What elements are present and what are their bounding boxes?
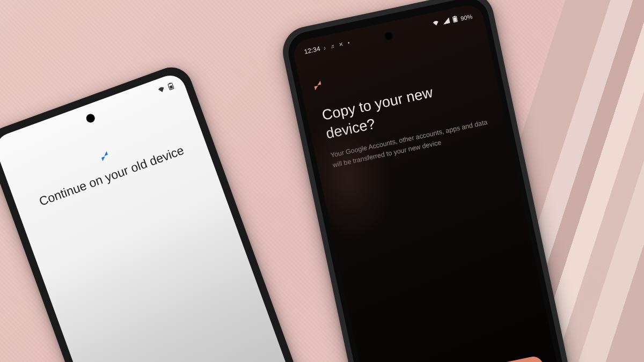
svg-rect-1	[169, 83, 171, 84]
old-device-title: Continue on your old device	[31, 141, 193, 211]
svg-rect-2	[170, 85, 173, 89]
status-time: 12:34	[304, 45, 321, 56]
wifi-icon	[431, 19, 441, 28]
transfer-icon	[315, 81, 320, 90]
svg-rect-4	[453, 16, 455, 17]
wifi-icon	[157, 85, 167, 95]
copy-button[interactable]: Copy	[496, 354, 545, 362]
status-app-icons: ♪ ♬ ✕ •	[323, 39, 352, 51]
battery-percentage: 90%	[460, 13, 473, 21]
battery-icon	[167, 82, 175, 92]
battery-icon	[452, 15, 458, 25]
signal-icon	[442, 17, 451, 26]
action-buttons: Cancel Copy	[379, 354, 545, 362]
transfer-icon	[101, 152, 108, 160]
svg-rect-5	[453, 17, 457, 22]
